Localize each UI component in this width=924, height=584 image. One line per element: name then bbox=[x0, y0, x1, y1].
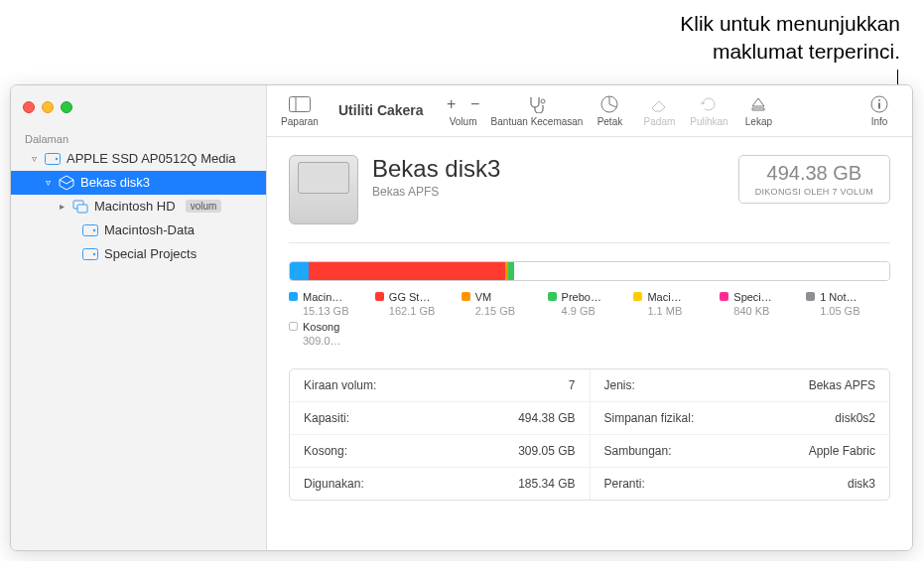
legend-label: Prebo… bbox=[562, 291, 601, 303]
disclosure-icon[interactable]: ▿ bbox=[29, 153, 39, 164]
legend-size: 2.15 GB bbox=[462, 305, 546, 317]
legend-item: 1 Not…1.05 GB bbox=[806, 291, 890, 317]
legend-size: 4.9 GB bbox=[548, 305, 632, 317]
svg-point-7 bbox=[93, 252, 95, 254]
container-subtitle: Bekas APFS bbox=[372, 185, 725, 199]
container-title: Bekas disk3 bbox=[372, 155, 725, 183]
usage-legend: Macin…15.13 GBGG St…162.1 GBVM2.15 GBPre… bbox=[289, 291, 890, 347]
sidebar-item-2[interactable]: ▸Macintosh HDvolum bbox=[11, 195, 266, 219]
legend-swatch bbox=[548, 292, 557, 301]
minimize-button[interactable] bbox=[42, 101, 54, 113]
info-row: Peranti:disk3 bbox=[591, 468, 890, 500]
callout-line2: maklumat terperinci. bbox=[713, 40, 900, 63]
firstaid-label: Bantuan Kecemasan bbox=[491, 116, 584, 127]
legend-size: 1.1 MB bbox=[633, 305, 718, 317]
firstaid-button[interactable]: Bantuan Kecemasan bbox=[491, 86, 584, 134]
volume-button[interactable]: + − Volum bbox=[440, 86, 487, 134]
legend-swatch bbox=[375, 292, 384, 301]
info-value: 7 bbox=[569, 378, 576, 392]
svg-point-1 bbox=[56, 157, 58, 159]
legend-swatch bbox=[806, 292, 815, 301]
sidebar-item-1[interactable]: ▿Bekas disk3 bbox=[11, 171, 266, 195]
sidebar-item-3[interactable]: Macintosh-Data bbox=[11, 219, 266, 242]
legend-size: 15.13 GB bbox=[289, 305, 373, 317]
toolbar: Paparan Utiliti Cakera + − Volum Bantuan… bbox=[267, 85, 912, 137]
restore-icon bbox=[700, 94, 718, 114]
usage-segment bbox=[290, 262, 309, 280]
usage-segment bbox=[514, 262, 889, 280]
sidebar-section-label: Dalaman bbox=[11, 129, 266, 147]
legend-swatch bbox=[720, 292, 728, 301]
sidebar-item-4[interactable]: Special Projects bbox=[11, 242, 266, 266]
svg-rect-0 bbox=[46, 153, 61, 164]
info-key: Kiraan volum: bbox=[304, 378, 376, 392]
info-key: Digunakan: bbox=[304, 477, 364, 491]
disk-utility-window: Dalaman ▿APPLE SSD AP0512Q Media▿Bekas d… bbox=[10, 84, 913, 551]
info-value: disk0s2 bbox=[835, 411, 875, 425]
info-value: disk3 bbox=[848, 477, 875, 491]
restore-button: Pulihkan bbox=[686, 86, 731, 134]
legend-swatch bbox=[289, 292, 298, 301]
svg-point-5 bbox=[93, 228, 95, 230]
eject-icon bbox=[750, 94, 766, 114]
info-button[interactable]: Info bbox=[857, 86, 902, 134]
legend-item: VM2.15 GB bbox=[462, 291, 546, 317]
info-row: Simpanan fizikal:disk0s2 bbox=[591, 402, 890, 435]
content-area: Bekas disk3 Bekas APFS 494.38 GB DIKONGS… bbox=[267, 137, 912, 550]
view-button[interactable]: Paparan bbox=[277, 86, 323, 134]
mount-button[interactable]: Lekap bbox=[735, 86, 781, 134]
erase-label: Padam bbox=[644, 116, 676, 127]
legend-swatch bbox=[462, 292, 470, 301]
main-panel: Paparan Utiliti Cakera + − Volum Bantuan… bbox=[267, 85, 912, 550]
info-icon bbox=[870, 94, 888, 114]
legend-size: 309.0… bbox=[289, 335, 890, 347]
remove-volume-icon[interactable]: − bbox=[463, 93, 487, 115]
svg-rect-14 bbox=[878, 102, 880, 108]
container-icon bbox=[59, 175, 74, 191]
info-key: Peranti: bbox=[604, 477, 645, 491]
legend-item: GG St…162.1 GB bbox=[375, 291, 460, 317]
shared-label: DIKONGSI OLEH 7 VOLUM bbox=[755, 187, 873, 197]
sidebar-item-label: Macintosh-Data bbox=[104, 222, 195, 237]
legend-label: VM bbox=[475, 291, 492, 303]
legend-swatch bbox=[633, 292, 642, 301]
view-label: Paparan bbox=[281, 116, 319, 127]
info-row: Kosong:309.05 GB bbox=[290, 435, 590, 468]
legend-item: Maci…1.1 MB bbox=[633, 291, 718, 317]
legend-item: Speci…840 KB bbox=[720, 291, 804, 317]
erase-icon bbox=[649, 94, 669, 114]
info-key: Kapasiti: bbox=[304, 411, 349, 425]
info-row: Digunakan:185.34 GB bbox=[290, 468, 590, 500]
info-label: Info bbox=[871, 116, 888, 127]
mount-label: Lekap bbox=[745, 116, 772, 127]
close-button[interactable] bbox=[23, 101, 35, 113]
info-row: Sambungan:Apple Fabric bbox=[591, 435, 890, 468]
disclosure-icon[interactable]: ▿ bbox=[43, 177, 53, 188]
usage-segment bbox=[309, 262, 505, 280]
legend-item: Macin…15.13 GB bbox=[289, 291, 373, 317]
partition-button[interactable]: Petak bbox=[587, 86, 632, 134]
svg-rect-6 bbox=[83, 248, 98, 259]
sidebar: Dalaman ▿APPLE SSD AP0512Q Media▿Bekas d… bbox=[11, 85, 267, 550]
legend-label: Kosong bbox=[303, 321, 339, 333]
stethoscope-icon bbox=[527, 94, 547, 114]
legend-label: Maci… bbox=[647, 291, 681, 303]
legend-size: 840 KB bbox=[720, 305, 804, 317]
sidebar-item-tag: volum bbox=[186, 200, 222, 213]
zoom-button[interactable] bbox=[61, 101, 72, 113]
volume-label: Volum bbox=[450, 116, 477, 127]
sidebar-item-0[interactable]: ▿APPLE SSD AP0512Q Media bbox=[11, 147, 266, 171]
sidebar-item-label: Bekas disk3 bbox=[80, 175, 150, 190]
disclosure-icon[interactable]: ▸ bbox=[57, 201, 66, 212]
add-volume-icon[interactable]: + bbox=[440, 93, 463, 115]
sidebar-icon bbox=[289, 94, 311, 114]
info-key: Jenis: bbox=[604, 378, 635, 392]
disk-icon bbox=[82, 248, 98, 260]
info-grid: Kiraan volum:7Kapasiti:494.38 GBKosong:3… bbox=[289, 368, 890, 501]
info-value: 494.38 GB bbox=[518, 411, 575, 425]
window-title: Utiliti Cakera bbox=[327, 102, 436, 118]
legend-label: GG St… bbox=[389, 291, 431, 303]
sidebar-item-label: Macintosh HD bbox=[94, 199, 176, 214]
disk-icon bbox=[45, 153, 61, 165]
info-row: Jenis:Bekas APFS bbox=[591, 369, 890, 402]
